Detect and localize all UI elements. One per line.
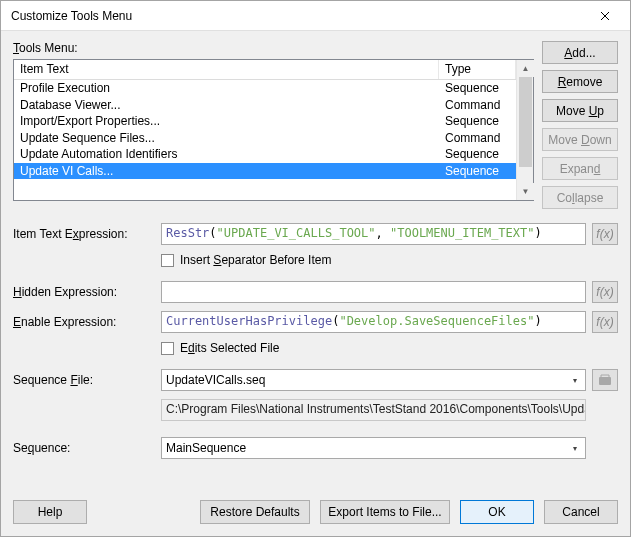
scroll-down-icon[interactable]: ▼: [517, 183, 534, 200]
fx-button[interactable]: f(x): [592, 223, 618, 245]
col-header-item[interactable]: Item Text: [14, 60, 439, 79]
sequence-file-combo[interactable]: UpdateVICalls.seq ▾: [161, 369, 586, 391]
svg-rect-0: [599, 377, 611, 385]
hidden-expression-label: Hidden Expression:: [13, 285, 161, 299]
close-button[interactable]: [582, 2, 628, 30]
expand-button[interactable]: Expand: [542, 157, 618, 180]
titlebar: Customize Tools Menu: [1, 1, 630, 31]
list-item[interactable]: Update VI Calls... Sequence: [14, 163, 516, 180]
dialog-window: Customize Tools Menu Tools Menu: Item Te…: [0, 0, 631, 537]
bottom-bar: Help Restore Defaults Export Items to Fi…: [13, 500, 618, 524]
col-header-type[interactable]: Type: [439, 60, 516, 79]
sequence-file-path: C:\Program Files\National Instruments\Te…: [161, 399, 586, 421]
window-title: Customize Tools Menu: [11, 9, 582, 23]
add-button[interactable]: Add...: [542, 41, 618, 64]
item-text-expression[interactable]: ResStr("UPDATE_VI_CALLS_TOOL", "TOOLMENU…: [161, 223, 586, 245]
list-item[interactable]: Profile Execution Sequence: [14, 80, 516, 97]
fx-button[interactable]: f(x): [592, 281, 618, 303]
enable-expression[interactable]: CurrentUserHasPrivilege("Develop.SaveSeq…: [161, 311, 586, 333]
remove-button[interactable]: Remove: [542, 70, 618, 93]
item-text-label: Item Text Expression:: [13, 227, 161, 241]
insert-separator-checkbox[interactable]: [161, 254, 174, 267]
side-button-group: Add... Remove Move Up Move Down Expand C…: [542, 41, 618, 209]
list-item[interactable]: Database Viewer... Command: [14, 97, 516, 114]
scroll-up-icon[interactable]: ▲: [517, 60, 534, 77]
scroll-thumb[interactable]: [519, 77, 532, 167]
cancel-button[interactable]: Cancel: [544, 500, 618, 524]
fx-icon: f(x): [596, 315, 613, 329]
list-item[interactable]: Update Sequence Files... Command: [14, 130, 516, 147]
help-button[interactable]: Help: [13, 500, 87, 524]
export-items-button[interactable]: Export Items to File...: [320, 500, 450, 524]
sequence-combo[interactable]: MainSequence ▾: [161, 437, 586, 459]
list-body: Profile Execution Sequence Database View…: [14, 80, 516, 179]
sequence-file-label: Sequence File:: [13, 373, 161, 387]
ok-button[interactable]: OK: [460, 500, 534, 524]
edits-selected-checkbox[interactable]: [161, 342, 174, 355]
restore-defaults-button[interactable]: Restore Defaults: [200, 500, 310, 524]
sequence-value: MainSequence: [166, 441, 246, 455]
tools-menu-label: Tools Menu:: [13, 41, 534, 55]
collapse-button[interactable]: Collapse: [542, 186, 618, 209]
scrollbar[interactable]: ▲ ▼: [516, 60, 533, 200]
fx-button[interactable]: f(x): [592, 311, 618, 333]
close-icon: [600, 11, 610, 21]
sequence-label: Sequence:: [13, 441, 161, 455]
browse-button[interactable]: [592, 369, 618, 391]
form-area: Item Text Expression: ResStr("UPDATE_VI_…: [13, 223, 618, 459]
dialog-content: Tools Menu: Item Text Type Profile Execu…: [1, 31, 630, 536]
edits-selected-label: Edits Selected File: [180, 341, 279, 355]
list-header: Item Text Type: [14, 60, 516, 80]
hidden-expression[interactable]: [161, 281, 586, 303]
list-item[interactable]: Update Automation Identifiers Sequence: [14, 146, 516, 163]
chevron-down-icon: ▾: [567, 439, 583, 457]
tools-menu-listbox[interactable]: Item Text Type Profile Execution Sequenc…: [13, 59, 534, 201]
enable-expression-label: Enable Expression:: [13, 315, 161, 329]
list-item[interactable]: Import/Export Properties... Sequence: [14, 113, 516, 130]
tools-menu-area: Tools Menu: Item Text Type Profile Execu…: [13, 41, 534, 209]
sequence-file-value: UpdateVICalls.seq: [166, 373, 265, 387]
chevron-down-icon: ▾: [567, 371, 583, 389]
insert-separator-label: Insert Separator Before Item: [180, 253, 331, 267]
fx-icon: f(x): [596, 285, 613, 299]
move-down-button[interactable]: Move Down: [542, 128, 618, 151]
move-up-button[interactable]: Move Up: [542, 99, 618, 122]
browse-icon: [598, 374, 612, 386]
fx-icon: f(x): [596, 227, 613, 241]
